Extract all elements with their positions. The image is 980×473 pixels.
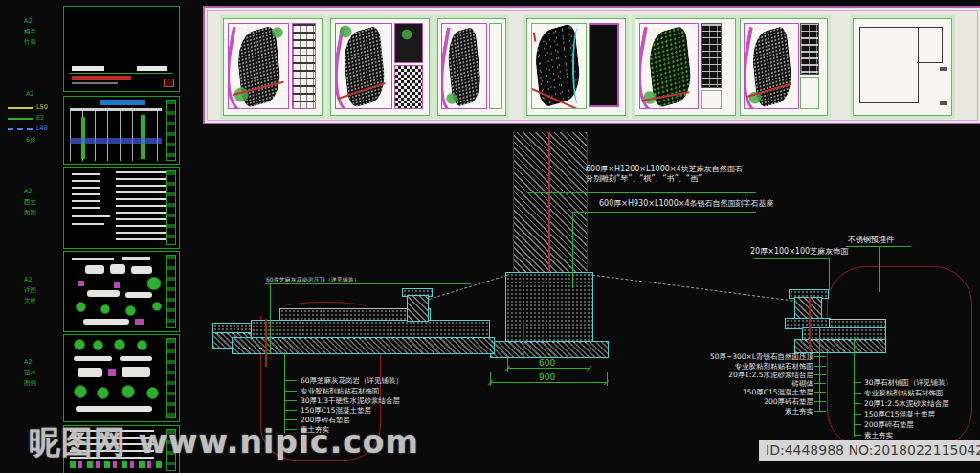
ground-line	[429, 275, 508, 300]
leader-tick	[854, 435, 861, 436]
dimension-outer: 900	[539, 373, 555, 382]
plan-sheet-thumbnail[interactable]	[737, 15, 831, 119]
sidebar-tag: 图例	[24, 379, 36, 388]
unit-panel	[701, 23, 722, 88]
leader-tick	[814, 392, 826, 393]
leader-line	[829, 258, 830, 290]
row	[70, 138, 162, 144]
chip	[78, 281, 84, 286]
layer-label: 200厚碎石垫层	[764, 397, 813, 406]
leader-tick	[814, 401, 826, 402]
layer-label: 150厚C15混凝土垫层	[864, 410, 935, 418]
red-centerline	[809, 297, 811, 350]
bar	[72, 215, 110, 217]
leader-line	[754, 258, 829, 259]
annotation-text: 600厚×H1200×L1000×4块芝麻灰自然面石	[586, 165, 743, 174]
gravel-layer	[232, 337, 495, 354]
leader-line	[270, 283, 271, 354]
leader-line	[528, 192, 756, 193]
layer-label: 150厚C15混凝土垫层	[743, 388, 813, 396]
col	[141, 115, 145, 159]
layer-label: 50厚~300×L青锈石自然面压顶	[710, 352, 813, 361]
unit-panel	[800, 23, 819, 75]
layer-label: 150厚C15混凝土垫层	[301, 406, 371, 415]
plan-sheet-thumbnail[interactable]	[434, 15, 509, 119]
bar	[122, 257, 150, 260]
pillar-body	[407, 295, 429, 322]
tree-symbol	[114, 339, 125, 350]
site-plan-dark	[531, 23, 587, 109]
leader-line	[854, 337, 855, 437]
tree-symbol	[97, 387, 109, 399]
dim-ext-line	[490, 372, 491, 386]
leader-tick	[284, 400, 297, 401]
leader-line	[265, 283, 471, 284]
sheet-margin	[166, 338, 176, 418]
layer-label: 20厚1:2.5水泥砂浆结合层	[864, 399, 949, 408]
sidebar-sheet-thumbnail[interactable]	[63, 251, 180, 332]
blob	[85, 265, 104, 274]
leader-tick	[284, 380, 297, 381]
text-block	[116, 171, 166, 242]
site-plan-green	[639, 23, 699, 109]
table-body	[70, 108, 162, 161]
green-area	[336, 24, 355, 39]
layer-label: 素土夯实	[864, 431, 893, 439]
leader-tick	[284, 391, 297, 392]
dim-line	[490, 382, 608, 383]
blob	[131, 266, 152, 274]
sidebar-sheet-thumbnail[interactable]	[63, 334, 180, 422]
site-plan	[335, 23, 392, 109]
red-centerline	[523, 320, 524, 356]
sheet-margin	[166, 100, 176, 161]
text-block	[72, 173, 100, 210]
leader-tick	[854, 393, 861, 394]
line	[69, 73, 172, 74]
mark	[940, 101, 947, 105]
plan-sheet-thumbnail[interactable]	[327, 15, 433, 119]
annotation-bench-tile: 20厚×100×100芝麻灰饰面	[750, 247, 848, 257]
layer-label: 专业胶粘剂粘贴石材饰面	[301, 387, 380, 395]
red-centerline	[265, 319, 267, 367]
plan-sheet-thumbnail[interactable]	[220, 15, 325, 119]
plan-sheet-thumbnail[interactable]	[850, 15, 955, 119]
chip	[135, 319, 144, 325]
tree-symbol	[100, 304, 110, 314]
plan-sheet-thumbnail[interactable]	[632, 15, 739, 119]
leader-line	[572, 212, 573, 288]
tree-symbol	[137, 340, 147, 350]
dim-ext-line	[507, 358, 508, 372]
plan-sheet-thumbnail[interactable]	[523, 15, 629, 119]
green-area	[399, 28, 414, 41]
leader-tick	[854, 382, 861, 383]
sidebar-sheet-thumbnail[interactable]	[63, 167, 180, 249]
watermark-brand-url: www.nipic.com	[139, 423, 419, 461]
leader-tick	[814, 366, 826, 367]
margin-panel	[800, 77, 819, 109]
sidebar-tag: 苗木	[24, 369, 36, 377]
sidebar-sheet-thumbnail[interactable]	[63, 96, 180, 165]
legend-line-yellow	[8, 107, 33, 109]
green-area	[444, 91, 459, 106]
tree-symbol	[146, 387, 159, 399]
stone-column-hatch	[513, 132, 588, 272]
tree-symbol	[76, 302, 86, 312]
cad-canvas[interactable]: A2 梅兰 竹菊 A2 L50 E2 L48 6J8	[0, 0, 980, 473]
leader-tick	[814, 411, 826, 412]
dim-line	[507, 368, 590, 369]
leader-tick	[854, 424, 861, 425]
sidebar-tag: 西立	[24, 198, 36, 207]
layer-label: 20厚1:2.5水泥砂浆结合层	[728, 371, 813, 379]
black-panel	[589, 23, 619, 107]
green-area	[269, 26, 286, 39]
sidebar-sheet-thumbnail[interactable]	[63, 6, 180, 92]
unit-panel	[292, 23, 316, 109]
title-bar	[100, 100, 145, 105]
leader-tick	[284, 419, 297, 420]
tree-symbol	[74, 339, 85, 350]
tree-symbol	[125, 305, 136, 316]
concrete-layer	[251, 320, 490, 339]
sidebar-tag: 详图	[24, 286, 36, 295]
leader-tick	[814, 374, 826, 375]
layer-label: 30厚1:3干硬性水泥砂浆结合层	[301, 396, 400, 405]
